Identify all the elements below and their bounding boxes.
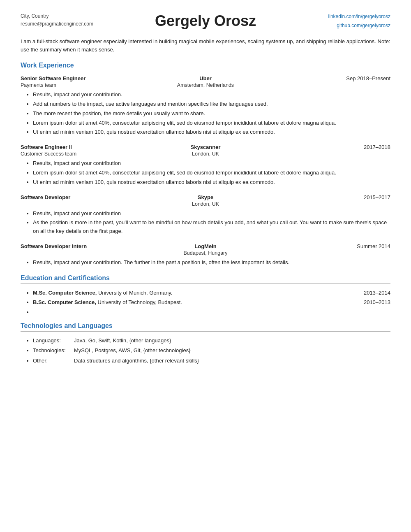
- job-bullet-0-0: Results, impact and your contribution.: [33, 91, 390, 99]
- tech-row-0: Languages:Java, Go, Swift, Kotlin, {othe…: [33, 336, 390, 346]
- tech-value-1: MySQL, Postgres, AWS, Git, {other techno…: [74, 346, 191, 356]
- job-location-2: London, UK: [144, 201, 267, 207]
- tech-label-2: Other:: [33, 356, 70, 366]
- job-bullet-3-0: Results, impact and your contribution. T…: [33, 258, 390, 267]
- edu-left-1: B.Sc. Computer Science, University of Te…: [33, 297, 358, 307]
- header-right: linkedin.com/in/gergelyorosz github.com/…: [256, 12, 390, 30]
- education-list: M.Sc. Computer Science, University of Mu…: [33, 288, 390, 314]
- tech-item-0: Languages:Java, Go, Swift, Kotlin, {othe…: [33, 336, 390, 346]
- tech-value-0: Java, Go, Swift, Kotlin, {other language…: [74, 336, 171, 346]
- job-subrow-3: Budapest, Hungary: [21, 250, 390, 256]
- job-location-3: Budapest, Hungary: [144, 250, 267, 256]
- header-left: City, Country resume@pragmaticengineer.c…: [21, 12, 155, 28]
- job-title-1: Software Engineer II: [21, 144, 144, 150]
- edu-item-1: B.Sc. Computer Science, University of Te…: [33, 297, 390, 307]
- job-bullet-1-0: Results, impact and your contribution: [33, 159, 390, 168]
- job-entry-1: Software Engineer IISkyscanner2017–2018C…: [21, 144, 390, 186]
- job-bullets-0: Results, impact and your contribution.Ad…: [33, 91, 390, 137]
- work-experience-section: Work Experience Senior Software Engineer…: [21, 62, 390, 267]
- edu-item-0: M.Sc. Computer Science, University of Mu…: [33, 288, 390, 297]
- edu-item-2: [33, 307, 390, 314]
- header-city: City, Country: [21, 12, 155, 20]
- job-date-3: Summer 2014: [267, 243, 390, 249]
- tech-label-0: Languages:: [33, 336, 70, 346]
- job-title-2: Software Developer: [21, 194, 144, 200]
- job-date-0: Sep 2018–Present: [267, 75, 390, 81]
- resume-header: City, Country resume@pragmaticengineer.c…: [21, 12, 390, 30]
- job-subrow-0: Payments teamAmsterdam, Netherlands: [21, 82, 390, 88]
- job-header-1: Software Engineer IISkyscanner2017–2018: [21, 144, 390, 150]
- edu-row-0: M.Sc. Computer Science, University of Mu…: [33, 288, 390, 297]
- tech-value-2: Data structures and algorithms, {other r…: [74, 356, 199, 366]
- job-bullet-0-1: Add at numbers to the impact, use active…: [33, 100, 390, 109]
- job-team-1: Customer Success team: [21, 151, 144, 157]
- job-title-3: Software Developer Intern: [21, 243, 144, 249]
- job-location-1: London, UK: [144, 151, 267, 157]
- job-bullets-1: Results, impact and your contributionLor…: [33, 159, 390, 186]
- job-company-3: LogMeIn: [144, 243, 267, 249]
- job-bullet-0-3: Lorem ipsum dolor sit amet 40%, consecte…: [33, 119, 390, 128]
- work-experience-title: Work Experience: [21, 62, 390, 69]
- tech-row-1: Technologies:MySQL, Postgres, AWS, Git, …: [33, 346, 390, 356]
- jobs-container: Senior Software EngineerUberSep 2018–Pre…: [21, 75, 390, 267]
- job-company-2: Skype: [144, 194, 267, 200]
- education-title: Education and Certifications: [21, 274, 390, 282]
- header-center: Gergely Orosz: [155, 12, 256, 30]
- job-title-0: Senior Software Engineer: [21, 75, 144, 81]
- header-github[interactable]: github.com/gergelyorosz: [256, 21, 390, 30]
- edu-row-1: B.Sc. Computer Science, University of Te…: [33, 297, 390, 307]
- job-entry-3: Software Developer InternLogMeInSummer 2…: [21, 243, 390, 267]
- job-bullet-2-1: As the position is more in the past, you…: [33, 218, 390, 236]
- tech-item-1: Technologies:MySQL, Postgres, AWS, Git, …: [33, 346, 390, 356]
- header-linkedin[interactable]: linkedin.com/in/gergelyorosz: [256, 12, 390, 21]
- job-bullet-1-1: Lorem ipsum dolor sit amet 40%, consecte…: [33, 169, 390, 177]
- header-email: resume@pragmaticengineer.com: [21, 20, 155, 28]
- job-bullet-0-2: The more recent the position, the more d…: [33, 109, 390, 118]
- job-bullets-3: Results, impact and your contribution. T…: [33, 258, 390, 267]
- work-divider: [21, 71, 390, 71]
- job-team-3: [21, 250, 144, 256]
- job-date-2: 2015–2017: [267, 194, 390, 200]
- tech-label-1: Technologies:: [33, 346, 70, 356]
- edu-left-0: M.Sc. Computer Science, University of Mu…: [33, 288, 358, 297]
- technologies-title: Technologies and Languages: [21, 322, 390, 330]
- tech-divider: [21, 331, 390, 332]
- job-company-0: Uber: [144, 75, 267, 81]
- job-location-0: Amsterdam, Netherlands: [144, 82, 267, 88]
- job-entry-2: Software DeveloperSkype2015–2017London, …: [21, 194, 390, 236]
- edu-bold-1: B.Sc. Computer Science,: [33, 299, 96, 305]
- edu-divider: [21, 283, 390, 284]
- job-team-2: [21, 201, 144, 207]
- job-header-0: Senior Software EngineerUberSep 2018–Pre…: [21, 75, 390, 81]
- edu-bold-0: M.Sc. Computer Science,: [33, 290, 97, 296]
- education-section: Education and Certifications M.Sc. Compu…: [21, 274, 390, 314]
- edu-year-1: 2010–2013: [358, 297, 390, 307]
- tech-row-2: Other:Data structures and algorithms, {o…: [33, 356, 390, 366]
- job-bullet-0-4: Ut enim ad minim veniam 100, quis nostru…: [33, 128, 390, 137]
- summary-text: I am a full-stack software engineer espe…: [21, 37, 390, 53]
- job-subrow-2: London, UK: [21, 201, 390, 207]
- job-company-1: Skyscanner: [144, 144, 267, 150]
- job-subrow-1: Customer Success teamLondon, UK: [21, 151, 390, 157]
- job-bullet-2-0: Results, impact and your contribution: [33, 209, 390, 218]
- technologies-list: Languages:Java, Go, Swift, Kotlin, {othe…: [33, 336, 390, 366]
- job-header-3: Software Developer InternLogMeInSummer 2…: [21, 243, 390, 249]
- job-team-0: Payments team: [21, 82, 144, 88]
- candidate-name: Gergely Orosz: [155, 12, 256, 30]
- job-bullets-2: Results, impact and your contributionAs …: [33, 209, 390, 236]
- job-date-1: 2017–2018: [267, 144, 390, 150]
- edu-year-0: 2013–2014: [358, 288, 390, 297]
- job-entry-0: Senior Software EngineerUberSep 2018–Pre…: [21, 75, 390, 137]
- tech-item-2: Other:Data structures and algorithms, {o…: [33, 356, 390, 366]
- job-header-2: Software DeveloperSkype2015–2017: [21, 194, 390, 200]
- job-bullet-1-2: Ut enim ad minim veniam 100, quis nostru…: [33, 178, 390, 187]
- technologies-section: Technologies and Languages Languages:Jav…: [21, 322, 390, 366]
